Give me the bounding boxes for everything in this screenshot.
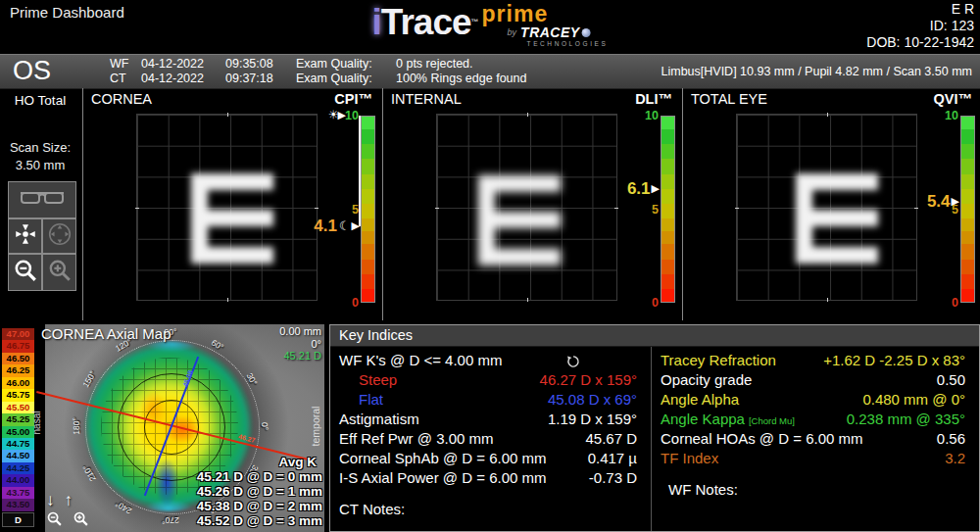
expand-button[interactable] — [42, 218, 76, 254]
is-axial-power-row: I-S Axial Power @ D = 6.00 mm -0.73 D — [330, 468, 651, 488]
diopter-scale-step: 45.75 — [2, 389, 34, 401]
zoom-in-button[interactable] — [42, 254, 76, 291]
patient-dob: DOB: 10-22-1942 — [866, 34, 974, 51]
itrace-wordmark: iTrace™ — [372, 3, 478, 42]
center-converge-button[interactable] — [8, 218, 42, 254]
corneal-hoas-row: Corneal HOAs @ D = 6.00 mm 0.56 — [652, 429, 979, 449]
degree-label: 270° — [162, 515, 179, 525]
exam-info-bar: OS WF 04-12-2022 09:35:08 Exam Quality: … — [0, 54, 980, 89]
opacity-grade-row: Opacity grade 0.50 — [652, 370, 979, 390]
flat-k-row: Flat 45.08 D x 69° — [330, 390, 651, 410]
patient-id: ID: 123 — [866, 18, 974, 34]
blurred-e-optotype — [191, 173, 273, 264]
total-eye-qvi-panel: TOTAL EYE QVI™ 10 5 0 5.4 ▶ — [682, 88, 980, 320]
scan-size-label: Scan Size: — [0, 139, 80, 157]
prime-wordmark: prime — [482, 3, 609, 24]
moon-icon: ☾ — [339, 218, 351, 233]
diopter-scale-step: 46.75 — [2, 340, 34, 352]
map-zoom-in-button[interactable] — [73, 510, 89, 531]
chord-mu-suffix: [Chord Mu] — [749, 415, 795, 426]
panel-title: INTERNAL — [391, 91, 462, 107]
converge-arrows-icon — [13, 221, 38, 251]
sidebar: HO Total Scan Size: 3.50 mm — [0, 88, 80, 320]
scan-size-value: 3.50 mm — [0, 157, 80, 174]
wf-exam-row: WF 04-12-2022 09:35:08 Exam Quality: 0 p… — [110, 57, 526, 72]
steep-k-row: Steep 46.27 D x 159° — [330, 370, 651, 390]
cpi-value-marker: 4.1 ☾ ▶ — [314, 217, 360, 236]
expand-arrows-icon — [47, 221, 73, 251]
qvi-value: 5.4 — [927, 192, 951, 212]
globe-icon — [582, 28, 591, 37]
diopter-scale-step: 43.75 — [2, 487, 34, 499]
prime-dashboard-window: Prime Dashboard iTrace™ prime by TRACEY … — [0, 0, 980, 532]
panel-title: CORNEA — [91, 91, 152, 107]
cornea-axial-map: CORNEA Axial Map 0.00 mm 0° 45.21 D nasa… — [34, 324, 324, 532]
photopic-line — [359, 116, 361, 226]
diopter-scale-step: 44.75 — [2, 438, 34, 450]
diopter-scale-step: 46.00 — [2, 377, 34, 389]
zoom-out-icon — [13, 258, 38, 287]
diopter-scale-step: 44.25 — [2, 462, 34, 474]
diopter-scale-step: 46.50 — [2, 353, 34, 364]
diopter-scale-step: 47.00 — [2, 328, 34, 340]
degree-label: 180° — [72, 417, 81, 435]
diopter-scale: 47.0046.7546.5046.2546.0045.7545.5045.25… — [2, 328, 34, 511]
angle-kappa-row: Angle Kappa[Chord Mu] 0.238 mm @ 335° — [652, 410, 979, 429]
ct-notes-label[interactable]: CT Notes: — [339, 501, 651, 517]
avg-k-row: 45.52 D @ D = 3 mm — [197, 513, 322, 528]
temporal-orientation-label: temporal — [311, 406, 322, 446]
biometry-summary: Limbus[HVID] 10.93 mm / Pupil 4.82 mm / … — [662, 55, 972, 88]
map-title: CORNEA Axial Map — [41, 325, 172, 342]
diopter-scale-step: 45.50 — [2, 402, 34, 413]
key-indices-panel: Key Indices WF K's @ D <= 4.00 mm Steep … — [329, 324, 980, 532]
ct-exam-row: CT 04-12-2022 09:37:18 Exam Quality: 100… — [110, 72, 526, 86]
qvi-value-marker: 5.4 ▶ — [927, 192, 959, 212]
blurred-e-optotype — [478, 174, 561, 265]
degree-label: 0° — [260, 422, 270, 430]
zoom-out-button[interactable] — [8, 254, 42, 291]
color-scale-bar — [661, 116, 675, 303]
key-indices-title: Key Indices — [330, 325, 979, 347]
map-zoom-out-button[interactable] — [46, 510, 63, 531]
tracey-wordmark: TRACEY — [520, 24, 580, 40]
tf-index-row: TF Index 3.2 — [652, 449, 979, 468]
glasses-simulation-button[interactable] — [8, 181, 76, 218]
scale-shift-up-button[interactable]: ↑ — [65, 491, 74, 510]
itrace-logo: iTrace™ prime by TRACEY TECHNOLOGIES — [372, 3, 609, 47]
avg-k-row: 45.38 D @ D = 2 mm — [197, 499, 322, 513]
panel-title: TOTAL EYE — [691, 91, 767, 107]
avg-k-row: 45.26 D @ D = 1 mm — [197, 484, 322, 499]
diopter-scale-step: 45.25 — [2, 413, 34, 425]
glasses-icon — [18, 188, 67, 212]
diopter-scale-step: 43.50 — [2, 499, 34, 510]
index-name: QVI™ — [934, 91, 972, 107]
header: Prime Dashboard iTrace™ prime by TRACEY … — [0, 0, 980, 54]
angle-alpha-row: Angle Alpha 0.480 mm @ 0° — [652, 390, 979, 410]
patient-info: E R ID: 123 DOB: 10-22-1942 — [866, 1, 974, 51]
cpi-scale: 10 5 0 ☀▶ 4.1 ☾ ▶ — [268, 116, 375, 303]
dli-value-marker: 6.1 ▶ — [627, 179, 660, 199]
dli-scale: 10 5 0 6.1 ▶ — [567, 116, 675, 303]
index-name: CPI™ — [334, 91, 372, 107]
dli-value: 6.1 — [627, 179, 651, 199]
marker-arrow-icon: ▶ — [652, 182, 660, 195]
marker-arrow-icon: ▶ — [352, 219, 360, 232]
app-title: Prime Dashboard — [10, 4, 124, 21]
scale-shift-down-button[interactable]: ↓ — [46, 491, 55, 510]
eff-ref-pwr-row: Eff Ref Pwr @ 3.00 mm 45.67 D — [330, 429, 651, 449]
diopter-scale-step: 44.00 — [2, 474, 34, 486]
diopter-scale-step: 45.00 — [2, 426, 34, 438]
eye-label: OS — [13, 56, 51, 86]
cpi-value: 4.1 — [314, 217, 337, 236]
avg-k-readout: Avg K 45.21 D @ D = 0 mm 45.26 D @ D = 1… — [197, 455, 322, 528]
diopter-unit-label: D — [2, 512, 34, 527]
internal-dli-panel: INTERNAL DLI™ 10 5 0 6.1 ▶ — [382, 88, 680, 320]
cornea-cpi-panel: CORNEA CPI™ 10 5 0 ☀▶ 4.1 — [82, 88, 380, 320]
color-scale-bar — [960, 116, 975, 303]
qvi-scale: 10 5 0 5.4 ▶ — [867, 116, 975, 303]
diopter-scale-step: 44.50 — [2, 450, 34, 461]
wf-notes-label[interactable]: WF Notes: — [668, 481, 979, 498]
tracey-refraction-row: Tracey Refraction +1.62 D -2.25 D x 83° — [652, 351, 979, 370]
marker-arrow-icon: ▶ — [952, 195, 959, 208]
astigmatism-row: Astigmatism 1.19 D x 159° — [330, 410, 651, 429]
